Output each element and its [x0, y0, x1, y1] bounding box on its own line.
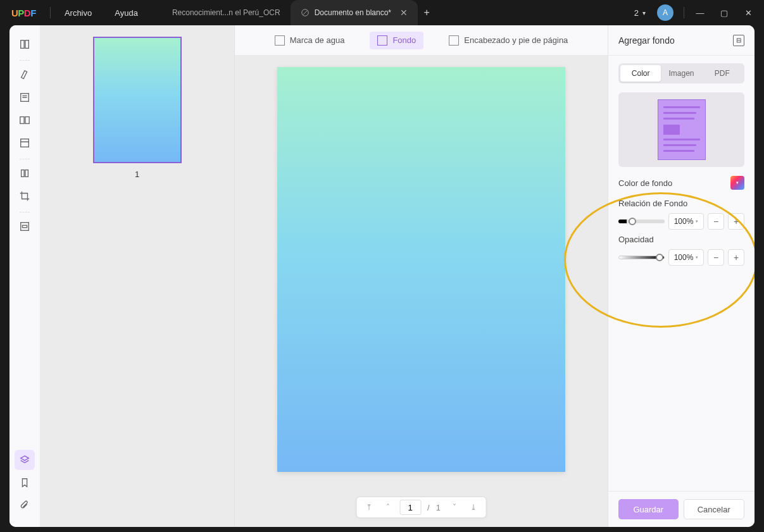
svg-rect-9 — [25, 170, 28, 177]
avatar[interactable]: A — [657, 4, 673, 21]
main-menu: Archivo Ayuda — [53, 2, 149, 24]
logo-d: D — [24, 8, 30, 18]
divider — [684, 7, 684, 18]
reader-tool-icon[interactable] — [15, 34, 35, 54]
preview-pic — [663, 125, 680, 135]
thumbnail-preview — [93, 37, 182, 163]
source-segment: Color Imagen PDF — [618, 63, 744, 84]
watermark-icon — [275, 35, 285, 46]
color-picker-button[interactable] — [730, 176, 744, 190]
opacity-increase-button[interactable]: + — [728, 249, 744, 266]
watermark-button[interactable]: Marca de agua — [267, 32, 353, 49]
preview-line — [663, 144, 696, 146]
ratio-increase-button[interactable]: + — [728, 213, 744, 230]
bgcolor-row: Color de fondo — [618, 176, 744, 190]
redact-tool-icon[interactable] — [15, 216, 35, 237]
headerfooter-icon — [449, 35, 459, 46]
logo-p: P — [18, 8, 24, 18]
last-page-button[interactable]: ⤓ — [466, 500, 481, 515]
page-tools-bar: Marca de agua Fondo Encabezado y pie de … — [235, 25, 608, 56]
seg-image[interactable]: Imagen — [661, 65, 701, 82]
close-tab-icon[interactable]: ✕ — [400, 8, 408, 18]
page-thumbnail[interactable]: 1 — [93, 37, 182, 527]
titlebar: UPDF Archivo Ayuda Reconocimient...n el … — [0, 0, 764, 25]
svg-rect-6 — [25, 117, 29, 124]
menu-file[interactable]: Archivo — [53, 2, 103, 24]
logo-f: F — [30, 8, 36, 18]
sidebyside-tool-icon[interactable] — [15, 110, 35, 130]
opacity-slider[interactable] — [618, 251, 665, 264]
no-edit-icon — [301, 8, 310, 17]
right-panel-header: Agregar fondo ⊟ — [608, 25, 755, 56]
svg-rect-2 — [21, 40, 24, 49]
menu-help[interactable]: Ayuda — [103, 2, 149, 24]
new-tab-button[interactable]: + — [418, 0, 435, 25]
chevron-down-icon[interactable]: ▾ — [642, 9, 646, 16]
save-template-icon[interactable]: ⊟ — [733, 35, 744, 46]
app-logo: UPDF — [0, 8, 47, 18]
seg-pdf[interactable]: PDF — [702, 65, 742, 82]
tab-label: Reconocimient...n el Perú_OCR — [172, 8, 280, 17]
ratio-slider[interactable] — [618, 215, 665, 228]
attachment-tool-icon[interactable] — [15, 495, 35, 516]
form-tool-icon[interactable] — [15, 133, 35, 153]
opacity-value: 100% — [674, 253, 694, 262]
svg-rect-7 — [21, 139, 29, 147]
right-panel-body: Color Imagen PDF — [608, 56, 755, 491]
divider — [20, 210, 30, 213]
slider-thumb[interactable] — [656, 254, 663, 261]
logo-u: U — [11, 8, 18, 18]
svg-rect-10 — [21, 223, 29, 231]
minimize-button[interactable]: — — [689, 4, 711, 22]
save-button[interactable]: Guardar — [618, 499, 679, 519]
next-page-button[interactable]: ˅ — [447, 500, 462, 515]
crop-tool-icon[interactable] — [15, 186, 35, 206]
ratio-value-dropdown[interactable]: 100% — [668, 213, 704, 230]
app-window: UPDF Archivo Ayuda Reconocimient...n el … — [0, 0, 764, 532]
page-input[interactable] — [399, 500, 421, 515]
edit-tool-icon[interactable] — [15, 87, 35, 108]
bgcolor-label: Color de fondo — [618, 178, 672, 188]
maximize-button[interactable]: ▢ — [713, 4, 735, 22]
document-canvas[interactable] — [235, 56, 608, 527]
opt-label: Marca de agua — [290, 35, 345, 45]
preview-line — [663, 112, 696, 114]
ratio-controls: 100% − + — [618, 213, 744, 230]
divider — [20, 58, 30, 61]
prev-page-button[interactable]: ˄ — [380, 500, 396, 515]
thumbnail-number: 1 — [93, 170, 182, 179]
preview-line — [663, 139, 700, 140]
cancel-button[interactable]: Cancelar — [684, 499, 745, 519]
opacity-value-dropdown[interactable]: 100% — [668, 249, 704, 266]
seg-color[interactable]: Color — [620, 65, 661, 82]
svg-rect-3 — [25, 40, 28, 49]
tab-label: Documento en blanco* — [315, 8, 391, 17]
slider-thumb[interactable] — [629, 218, 636, 225]
close-button[interactable]: ✕ — [737, 4, 759, 22]
highlight-tool-icon[interactable] — [15, 65, 35, 85]
update-count[interactable]: 2 — [634, 8, 639, 18]
divider — [50, 7, 51, 18]
slider-track — [618, 220, 665, 223]
page-navigator: ⤒ ˄ / 1 ˅ ⤓ — [356, 497, 487, 518]
svg-rect-11 — [22, 225, 27, 228]
layers-tool-icon[interactable] — [15, 450, 35, 470]
right-panel-footer: Guardar Cancelar — [608, 491, 755, 527]
preview-line — [663, 150, 694, 152]
preview-line — [663, 118, 694, 120]
opacity-decrease-button[interactable]: − — [708, 249, 724, 266]
thumbnail-panel: 1 — [40, 25, 235, 527]
opacity-label: Opacidad — [618, 235, 744, 244]
svg-line-1 — [303, 11, 307, 15]
ratio-label: Relación de Fondo — [618, 199, 744, 208]
ocr-tool-icon[interactable] — [15, 163, 35, 183]
background-icon — [377, 35, 387, 46]
tab-inactive[interactable]: Reconocimient...n el Perú_OCR — [162, 0, 291, 25]
bookmark-tool-icon[interactable] — [15, 473, 35, 493]
headerfooter-button[interactable]: Encabezado y pie de página — [441, 32, 575, 49]
tab-active[interactable]: Documento en blanco* ✕ — [291, 0, 418, 25]
ratio-decrease-button[interactable]: − — [708, 213, 724, 230]
opacity-controls: 100% − + — [618, 249, 744, 266]
first-page-button[interactable]: ⤒ — [361, 500, 377, 515]
background-button[interactable]: Fondo — [370, 32, 423, 49]
